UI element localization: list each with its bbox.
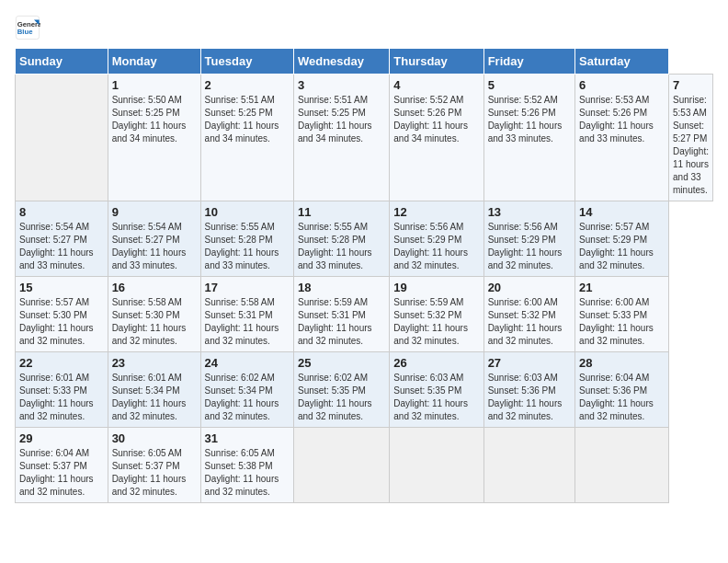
day-number: 10 <box>205 205 290 219</box>
day-number: 4 <box>393 78 479 92</box>
day-number: 18 <box>298 281 385 294</box>
day-number: 16 <box>112 281 197 294</box>
day-number: 8 <box>19 205 104 219</box>
calendar-day-cell: 24Sunrise: 6:02 AM Sunset: 5:34 PM Dayli… <box>200 352 293 428</box>
calendar-table: SundayMondayTuesdayWednesdayThursdayFrid… <box>15 48 713 503</box>
calendar-day-cell: 4Sunrise: 5:52 AM Sunset: 5:26 PM Daylig… <box>390 75 483 201</box>
calendar-day-cell: 22Sunrise: 6:01 AM Sunset: 5:33 PM Dayli… <box>16 352 108 428</box>
day-info: Sunrise: 5:58 AM Sunset: 5:30 PM Dayligh… <box>112 296 197 348</box>
day-info: Sunrise: 6:03 AM Sunset: 5:35 PM Dayligh… <box>393 372 479 423</box>
weekday-header-cell: Friday <box>483 49 574 75</box>
day-number: 7 <box>673 78 709 92</box>
calendar-day-cell: 11Sunrise: 5:55 AM Sunset: 5:28 PM Dayli… <box>293 201 389 277</box>
day-info: Sunrise: 5:51 AM Sunset: 5:25 PM Dayligh… <box>205 94 290 145</box>
day-info: Sunrise: 5:57 AM Sunset: 5:29 PM Dayligh… <box>579 221 665 272</box>
calendar-day-cell: 3Sunrise: 5:51 AM Sunset: 5:25 PM Daylig… <box>293 75 389 201</box>
day-info: Sunrise: 5:52 AM Sunset: 5:26 PM Dayligh… <box>393 94 479 145</box>
calendar-day-cell: 31Sunrise: 6:05 AM Sunset: 5:38 PM Dayli… <box>200 428 293 503</box>
day-number: 30 <box>112 431 197 445</box>
calendar-day-cell: 12Sunrise: 5:56 AM Sunset: 5:29 PM Dayli… <box>390 201 483 277</box>
calendar-day-cell: 5Sunrise: 5:52 AM Sunset: 5:26 PM Daylig… <box>483 75 574 201</box>
calendar-day-cell: 8Sunrise: 5:54 AM Sunset: 5:27 PM Daylig… <box>16 201 108 277</box>
day-info: Sunrise: 5:52 AM Sunset: 5:26 PM Dayligh… <box>488 94 571 145</box>
calendar-day-cell <box>293 428 389 503</box>
calendar-day-cell: 29Sunrise: 6:04 AM Sunset: 5:37 PM Dayli… <box>16 428 108 503</box>
day-info: Sunrise: 5:53 AM Sunset: 5:27 PM Dayligh… <box>673 94 709 197</box>
day-info: Sunrise: 5:50 AM Sunset: 5:25 PM Dayligh… <box>112 94 197 145</box>
day-info: Sunrise: 5:55 AM Sunset: 5:28 PM Dayligh… <box>205 221 290 272</box>
day-number: 23 <box>112 356 197 370</box>
calendar-day-cell: 6Sunrise: 5:53 AM Sunset: 5:26 PM Daylig… <box>575 75 669 201</box>
day-info: Sunrise: 5:59 AM Sunset: 5:31 PM Dayligh… <box>298 296 385 348</box>
weekday-header-cell: Sunday <box>16 49 108 75</box>
day-number: 6 <box>579 78 665 92</box>
day-number: 22 <box>19 356 104 370</box>
day-info: Sunrise: 6:03 AM Sunset: 5:36 PM Dayligh… <box>488 372 571 423</box>
calendar-week-row: 22Sunrise: 6:01 AM Sunset: 5:33 PM Dayli… <box>16 352 713 428</box>
calendar-day-cell: 1Sunrise: 5:50 AM Sunset: 5:25 PM Daylig… <box>108 75 200 201</box>
calendar-week-row: 1Sunrise: 5:50 AM Sunset: 5:25 PM Daylig… <box>16 75 713 201</box>
day-info: Sunrise: 6:01 AM Sunset: 5:34 PM Dayligh… <box>112 372 197 423</box>
day-number: 28 <box>579 356 665 370</box>
day-info: Sunrise: 5:51 AM Sunset: 5:25 PM Dayligh… <box>298 94 385 145</box>
day-info: Sunrise: 6:00 AM Sunset: 5:33 PM Dayligh… <box>579 296 665 348</box>
day-info: Sunrise: 5:57 AM Sunset: 5:30 PM Dayligh… <box>19 296 104 348</box>
calendar-day-cell: 19Sunrise: 5:59 AM Sunset: 5:32 PM Dayli… <box>390 277 483 352</box>
calendar-day-cell: 25Sunrise: 6:02 AM Sunset: 5:35 PM Dayli… <box>293 352 389 428</box>
day-number: 29 <box>19 431 104 445</box>
day-info: Sunrise: 5:54 AM Sunset: 5:27 PM Dayligh… <box>112 221 197 272</box>
day-info: Sunrise: 5:54 AM Sunset: 5:27 PM Dayligh… <box>19 221 104 272</box>
day-number: 25 <box>298 356 385 370</box>
calendar-day-cell: 20Sunrise: 6:00 AM Sunset: 5:32 PM Dayli… <box>483 277 574 352</box>
calendar-week-row: 8Sunrise: 5:54 AM Sunset: 5:27 PM Daylig… <box>16 201 713 277</box>
day-number: 5 <box>488 78 571 92</box>
day-number: 1 <box>112 78 197 92</box>
calendar-day-cell: 14Sunrise: 5:57 AM Sunset: 5:29 PM Dayli… <box>575 201 669 277</box>
day-info: Sunrise: 5:56 AM Sunset: 5:29 PM Dayligh… <box>393 221 479 272</box>
logo: General Blue <box>15 15 40 40</box>
day-number: 17 <box>205 281 290 294</box>
page-header: General Blue <box>15 15 713 40</box>
day-number: 13 <box>488 205 571 219</box>
calendar-day-cell <box>16 75 108 201</box>
calendar-day-cell <box>390 428 483 503</box>
calendar-week-row: 15Sunrise: 5:57 AM Sunset: 5:30 PM Dayli… <box>16 277 713 352</box>
day-number: 31 <box>205 431 290 445</box>
calendar-day-cell: 21Sunrise: 6:00 AM Sunset: 5:33 PM Dayli… <box>575 277 669 352</box>
day-info: Sunrise: 6:04 AM Sunset: 5:36 PM Dayligh… <box>579 372 665 423</box>
day-number: 26 <box>393 356 479 370</box>
day-info: Sunrise: 6:05 AM Sunset: 5:38 PM Dayligh… <box>205 447 290 499</box>
calendar-day-cell: 26Sunrise: 6:03 AM Sunset: 5:35 PM Dayli… <box>390 352 483 428</box>
weekday-header-row: SundayMondayTuesdayWednesdayThursdayFrid… <box>16 49 713 75</box>
calendar-day-cell: 10Sunrise: 5:55 AM Sunset: 5:28 PM Dayli… <box>200 201 293 277</box>
day-info: Sunrise: 5:58 AM Sunset: 5:31 PM Dayligh… <box>205 296 290 348</box>
calendar-day-cell: 15Sunrise: 5:57 AM Sunset: 5:30 PM Dayli… <box>16 277 108 352</box>
day-info: Sunrise: 6:02 AM Sunset: 5:34 PM Dayligh… <box>205 372 290 423</box>
weekday-header-cell: Tuesday <box>200 49 293 75</box>
day-info: Sunrise: 5:53 AM Sunset: 5:26 PM Dayligh… <box>579 94 665 145</box>
logo-icon: General Blue <box>15 15 40 40</box>
day-number: 24 <box>205 356 290 370</box>
day-number: 14 <box>579 205 665 219</box>
day-info: Sunrise: 6:04 AM Sunset: 5:37 PM Dayligh… <box>19 447 104 499</box>
day-number: 19 <box>393 281 479 294</box>
weekday-header-cell: Thursday <box>390 49 483 75</box>
day-info: Sunrise: 5:59 AM Sunset: 5:32 PM Dayligh… <box>393 296 479 348</box>
day-info: Sunrise: 6:00 AM Sunset: 5:32 PM Dayligh… <box>488 296 571 348</box>
calendar-day-cell: 17Sunrise: 5:58 AM Sunset: 5:31 PM Dayli… <box>200 277 293 352</box>
day-info: Sunrise: 6:01 AM Sunset: 5:33 PM Dayligh… <box>19 372 104 423</box>
calendar-day-cell: 7Sunrise: 5:53 AM Sunset: 5:27 PM Daylig… <box>669 75 713 201</box>
day-number: 11 <box>298 205 385 219</box>
day-number: 3 <box>298 78 385 92</box>
weekday-header-cell: Monday <box>108 49 200 75</box>
day-number: 20 <box>488 281 571 294</box>
calendar-day-cell: 16Sunrise: 5:58 AM Sunset: 5:30 PM Dayli… <box>108 277 200 352</box>
day-number: 2 <box>205 78 290 92</box>
day-number: 12 <box>393 205 479 219</box>
svg-text:Blue: Blue <box>17 28 33 36</box>
calendar-day-cell: 30Sunrise: 6:05 AM Sunset: 5:37 PM Dayli… <box>108 428 200 503</box>
day-info: Sunrise: 6:02 AM Sunset: 5:35 PM Dayligh… <box>298 372 385 423</box>
calendar-day-cell: 9Sunrise: 5:54 AM Sunset: 5:27 PM Daylig… <box>108 201 200 277</box>
calendar-day-cell <box>483 428 574 503</box>
weekday-header-cell: Wednesday <box>293 49 389 75</box>
